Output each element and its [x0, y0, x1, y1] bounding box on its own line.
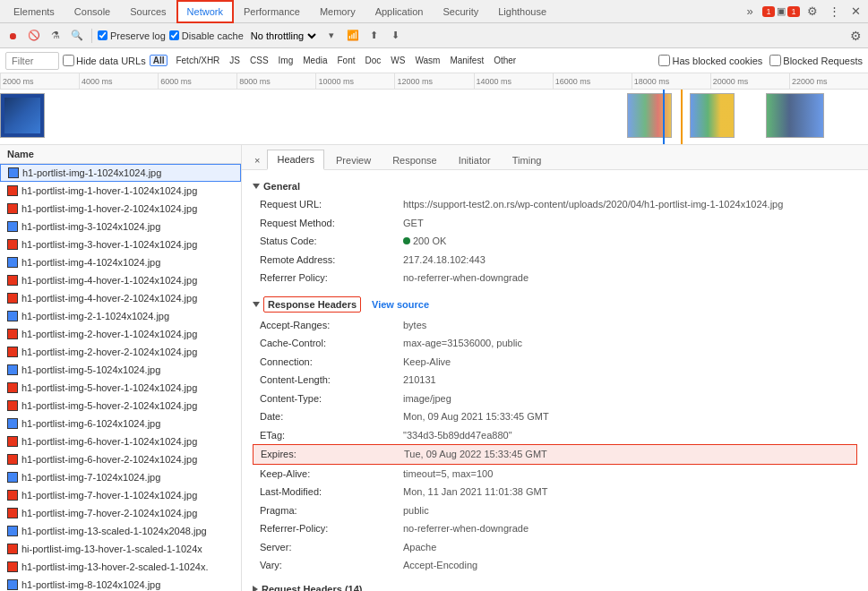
file-item-22[interactable]: hi-portlist-img-13-hover-1-scaled-1-1024… [0, 540, 241, 558]
disable-cache-input[interactable] [169, 30, 179, 40]
view-source-link[interactable]: View source [372, 299, 429, 310]
file-item-14[interactable]: h1-portlist-img-5-hover-2-1024x1024.jpg [0, 397, 241, 415]
filter-img[interactable]: Img [274, 55, 298, 66]
timeline-content[interactable] [0, 90, 868, 145]
request-headers-section-header[interactable]: Request Headers (14) [253, 580, 857, 592]
tab-network[interactable]: Network [176, 0, 234, 23]
file-item-20[interactable]: h1-portlist-img-7-hover-2-1024x1024.jpg [0, 504, 241, 522]
filter-manifest[interactable]: Manifest [445, 55, 488, 66]
tab-initiator[interactable]: Initiator [449, 150, 501, 169]
file-item-12[interactable]: h1-portlist-img-5-1024x1024.jpg [0, 361, 241, 379]
tab-application[interactable]: Application [365, 0, 434, 23]
search-icon[interactable]: 🔍 [68, 27, 86, 45]
file-icon-10 [7, 329, 18, 339]
file-item-10[interactable]: h1-portlist-img-2-hover-1-1024x1024.jpg [0, 325, 241, 343]
hide-data-urls-checkbox[interactable]: Hide data URLs [63, 55, 146, 66]
throttle-select[interactable]: No throttling [247, 30, 319, 42]
wifi-icon[interactable]: 📶 [344, 27, 362, 45]
close-icon[interactable]: ✕ [847, 3, 864, 21]
file-item-9[interactable]: h1-portlist-img-2-1-1024x1024.jpg [0, 307, 241, 325]
tab-lighthouse[interactable]: Lighthouse [488, 0, 556, 23]
response-header-row-12: Server:Apache [253, 538, 857, 557]
disable-cache-checkbox[interactable]: Disable cache [169, 30, 244, 41]
request-url-key: Request URL: [260, 197, 403, 212]
filter-input[interactable] [5, 52, 59, 70]
upload-icon[interactable]: ⬆ [365, 27, 383, 45]
response-header-row-5: Date:Mon, 09 Aug 2021 15:33:45 GMT [253, 407, 857, 426]
tab-headers[interactable]: Headers [267, 150, 324, 170]
file-item-19[interactable]: h1-portlist-img-7-hover-1-1024x1024.jpg [0, 486, 241, 504]
file-item-4[interactable]: h1-portlist-img-3-1024x1024.jpg [0, 218, 241, 236]
has-blocked-cookies-checkbox[interactable]: Has blocked cookies [658, 55, 762, 66]
hide-data-urls-input[interactable] [63, 55, 74, 66]
filter-ws[interactable]: WS [386, 55, 409, 66]
filter-doc[interactable]: Doc [361, 55, 386, 66]
file-item-2[interactable]: h1-portlist-img-1-hover-1-1024x1024.jpg [0, 182, 241, 200]
file-icon-3 [7, 203, 18, 214]
filter-bar: Hide data URLs All Fetch/XHR JS CSS Img … [0, 48, 868, 73]
file-item-11[interactable]: h1-portlist-img-2-hover-2-1024x1024.jpg [0, 343, 241, 361]
preserve-log-label: Preserve log [110, 30, 166, 41]
settings-icon[interactable]: ⚙ [804, 3, 821, 21]
resp-header-val-6: "334d3-5b89dd47ea880" [403, 428, 512, 443]
response-headers-section: Response Headers View source Accept-Rang… [253, 293, 857, 575]
request-headers-title: Request Headers (14) [262, 584, 363, 592]
download-icon[interactable]: ⬇ [387, 27, 405, 45]
filter-font[interactable]: Font [333, 55, 360, 66]
tab-sources[interactable]: Sources [120, 0, 176, 23]
tab-performance[interactable]: Performance [234, 0, 310, 23]
general-section-header[interactable]: General [253, 177, 857, 195]
close-details-tab[interactable]: × [249, 151, 265, 169]
throttle-dropdown-icon[interactable]: ▾ [322, 27, 340, 45]
filter-icon[interactable]: ⚗ [47, 27, 64, 45]
tick-9: 18000 ms [632, 73, 710, 90]
more-tabs-btn[interactable]: » [741, 3, 759, 21]
file-item-16[interactable]: h1-portlist-img-6-hover-1-1024x1024.jpg [0, 433, 241, 450]
clear-btn[interactable]: 🚫 [25, 27, 43, 45]
request-url-val: https://support-test2.on.rs/wp-content/u… [403, 197, 783, 212]
response-headers-section-header[interactable]: Response Headers View source [253, 293, 857, 316]
filter-other[interactable]: Other [489, 55, 520, 66]
tab-timing[interactable]: Timing [503, 150, 552, 169]
file-item-23[interactable]: h1-portlist-img-13-hover-2-scaled-1-1024… [0, 558, 241, 576]
tab-memory[interactable]: Memory [310, 0, 365, 23]
file-item-18[interactable]: h1-portlist-img-7-1024x1024.jpg [0, 468, 241, 486]
file-item-7[interactable]: h1-portlist-img-4-hover-1-1024x1024.jpg [0, 271, 241, 289]
filter-wasm[interactable]: Wasm [410, 55, 444, 66]
file-item-15[interactable]: h1-portlist-img-6-1024x1024.jpg [0, 415, 241, 433]
filter-fetch-xhr[interactable]: Fetch/XHR [171, 55, 224, 66]
file-item-17[interactable]: h1-portlist-img-6-hover-2-1024x1024.jpg [0, 450, 241, 468]
request-method-row: Request Method: GET [253, 214, 857, 233]
request-headers-arrow [253, 586, 258, 592]
tab-security[interactable]: Security [433, 0, 488, 23]
file-item-3[interactable]: h1-portlist-img-1-hover-2-1024x1024.jpg [0, 200, 241, 218]
file-item-5[interactable]: h1-portlist-img-3-hover-1-1024x1024.jpg [0, 236, 241, 253]
blocked-requests-input[interactable] [769, 55, 781, 66]
file-icon-21 [7, 526, 18, 536]
resp-header-key-7: Expires: [261, 447, 404, 462]
file-item-13[interactable]: h1-portlist-img-5-hover-1-1024x1024.jpg [0, 379, 241, 397]
file-item-1[interactable]: h1-portlist-img-1-1024x1024.jpg [0, 164, 241, 182]
filter-css[interactable]: CSS [245, 55, 273, 66]
file-item-21[interactable]: h1-portlist-img-13-scaled-1-1024x2048.jp… [0, 522, 241, 540]
tab-preview[interactable]: Preview [326, 150, 381, 169]
preserve-log-checkbox[interactable]: Preserve log [98, 30, 166, 41]
response-headers-title: Response Headers [268, 299, 357, 310]
filter-js[interactable]: JS [225, 55, 245, 66]
record-btn[interactable]: ⏺ [4, 27, 21, 45]
resp-header-val-0: bytes [403, 318, 426, 333]
tab-console[interactable]: Console [64, 0, 120, 23]
file-item-6[interactable]: h1-portlist-img-4-1024x1024.jpg [0, 253, 241, 271]
preserve-log-input[interactable] [98, 30, 107, 40]
has-blocked-cookies-input[interactable] [658, 55, 670, 66]
file-item-24[interactable]: h1-portlist-img-8-1024x1024.jpg [0, 576, 241, 591]
response-header-row-0: Accept-Ranges:bytes [253, 316, 857, 335]
filter-media[interactable]: Media [298, 55, 331, 66]
network-settings-icon[interactable]: ⚙ [847, 27, 864, 45]
file-item-8[interactable]: h1-portlist-img-4-hover-2-1024x1024.jpg [0, 289, 241, 307]
tab-response[interactable]: Response [382, 150, 447, 169]
all-filter-badge[interactable]: All [150, 55, 168, 66]
tab-elements[interactable]: Elements [4, 0, 64, 23]
ellipsis-icon[interactable]: ⋮ [825, 3, 843, 21]
blocked-requests-checkbox[interactable]: Blocked Requests [769, 55, 863, 66]
